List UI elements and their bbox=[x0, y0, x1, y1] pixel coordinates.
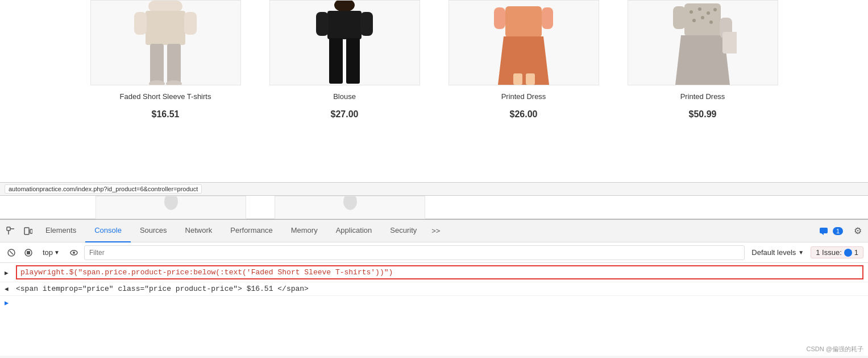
svg-rect-34 bbox=[7, 227, 10, 231]
product-card-2: Blouse $27.00 bbox=[269, 0, 420, 120]
console-output-text: <span itemprop="price" class="price prod… bbox=[16, 285, 309, 293]
default-levels-selector[interactable]: Default levels ▼ bbox=[748, 247, 807, 258]
svg-rect-30 bbox=[722, 32, 737, 54]
tab-performance[interactable]: Performance bbox=[221, 220, 281, 243]
partial-products-row bbox=[0, 196, 425, 219]
stop-icon bbox=[24, 249, 32, 257]
url-status-bar: automationpractice.com/index.php?id_prod… bbox=[0, 182, 868, 196]
devtools-right-toolbar: 1 ⚙ bbox=[815, 223, 866, 239]
product-card-3: Printed Dress $26.00 bbox=[448, 0, 599, 120]
issue-icon bbox=[844, 249, 852, 257]
console-output-entry: ◀ <span itemprop="price" class="price pr… bbox=[0, 282, 868, 296]
chat-icon bbox=[819, 227, 828, 236]
product-silhouette-1 bbox=[131, 1, 200, 85]
devtools-tabs: Elements Console Sources Network Perform… bbox=[36, 220, 815, 242]
url-label: automationpractice.com/index.php?id_prod… bbox=[5, 184, 202, 194]
svg-point-46 bbox=[73, 252, 75, 254]
product-name-1: Faded Short Sleeve T-shirts bbox=[120, 92, 211, 101]
partial-product-img-2 bbox=[275, 196, 425, 219]
clear-icon bbox=[7, 249, 15, 257]
svg-point-27 bbox=[709, 20, 713, 24]
product-silhouette-3 bbox=[489, 1, 558, 85]
svg-rect-12 bbox=[329, 38, 343, 84]
svg-point-32 bbox=[164, 196, 178, 210]
product-image-1 bbox=[90, 0, 241, 85]
console-input-entry: ▶ playwright.$("span.price.product-price… bbox=[0, 263, 868, 282]
svg-rect-19 bbox=[526, 73, 535, 85]
clear-console-button[interactable] bbox=[5, 246, 18, 260]
product-card-4: Printed Dress $50.99 bbox=[628, 0, 778, 120]
tab-sources[interactable]: Sources bbox=[131, 220, 176, 243]
svg-rect-4 bbox=[150, 44, 164, 85]
stop-recording-button[interactable] bbox=[22, 246, 35, 260]
console-right-arrow: ▶ bbox=[5, 269, 9, 276]
console-content: ▶ playwright.$("span.price.product-price… bbox=[0, 263, 868, 356]
partial-silhouette-1 bbox=[154, 196, 188, 219]
inspect-icon bbox=[6, 227, 15, 236]
settings-button[interactable]: ⚙ bbox=[850, 223, 866, 239]
product-image-4 bbox=[628, 0, 778, 85]
svg-rect-2 bbox=[134, 12, 147, 35]
device-icon bbox=[23, 227, 32, 236]
product-price-3: $26.00 bbox=[510, 109, 538, 120]
product-name-3: Printed Dress bbox=[501, 92, 546, 101]
product-price-2: $27.00 bbox=[331, 109, 359, 120]
svg-point-24 bbox=[713, 8, 717, 11]
product-silhouette-2 bbox=[310, 1, 379, 85]
product-image-3 bbox=[448, 0, 599, 85]
page-bottom-preview: automationpractice.com/index.php?id_prod… bbox=[0, 182, 868, 219]
svg-rect-37 bbox=[24, 228, 29, 234]
devtools-tab-bar: Elements Console Sources Network Perform… bbox=[0, 220, 868, 242]
product-name-2: Blouse bbox=[333, 92, 356, 101]
svg-rect-10 bbox=[316, 12, 329, 36]
more-tabs-button[interactable]: >> bbox=[426, 220, 446, 242]
svg-rect-0 bbox=[148, 1, 182, 12]
svg-rect-5 bbox=[167, 44, 181, 85]
svg-rect-31 bbox=[673, 6, 686, 29]
svg-point-21 bbox=[690, 10, 693, 14]
eye-icon bbox=[70, 249, 78, 257]
product-card-1: Faded Short Sleeve T-shirts $16.51 bbox=[90, 0, 241, 120]
svg-rect-44 bbox=[27, 251, 30, 254]
product-name-4: Printed Dress bbox=[680, 92, 725, 101]
svg-rect-11 bbox=[360, 12, 373, 36]
svg-rect-16 bbox=[494, 7, 505, 29]
console-prompt-line[interactable]: ▶ bbox=[0, 296, 868, 310]
product-image-2 bbox=[269, 0, 420, 85]
svg-rect-39 bbox=[820, 228, 828, 233]
svg-marker-40 bbox=[821, 233, 824, 235]
page-wrapper: Faded Short Sleeve T-shirts $16.51 bbox=[0, 0, 868, 358]
svg-rect-18 bbox=[513, 73, 522, 85]
product-listing-area: Faded Short Sleeve T-shirts $16.51 bbox=[0, 0, 868, 182]
product-price-1: $16.51 bbox=[152, 109, 180, 120]
tab-console[interactable]: Console bbox=[85, 220, 131, 243]
console-command[interactable]: playwright.$("span.price.product-price:b… bbox=[16, 265, 863, 279]
svg-rect-17 bbox=[542, 7, 553, 29]
filter-input[interactable] bbox=[84, 245, 745, 260]
tab-memory[interactable]: Memory bbox=[282, 220, 327, 243]
eye-button[interactable] bbox=[67, 246, 81, 260]
svg-rect-38 bbox=[30, 229, 32, 233]
console-prompt-arrow: ▶ bbox=[5, 299, 9, 307]
context-selector[interactable]: top ▼ bbox=[39, 246, 64, 258]
svg-point-22 bbox=[698, 7, 701, 11]
tab-network[interactable]: Network bbox=[176, 220, 222, 243]
default-levels-arrow: ▼ bbox=[798, 249, 804, 256]
svg-rect-13 bbox=[346, 38, 360, 84]
inspect-element-button[interactable] bbox=[3, 223, 19, 239]
svg-rect-9 bbox=[327, 11, 362, 39]
issue-count: 1 bbox=[854, 248, 858, 257]
console-toolbar: top ▼ Default levels ▼ 1 Issue: bbox=[0, 242, 868, 263]
device-toolbar-button[interactable] bbox=[20, 223, 36, 239]
product-price-4: $50.99 bbox=[689, 109, 717, 120]
svg-rect-1 bbox=[146, 11, 185, 45]
svg-rect-47 bbox=[845, 250, 852, 255]
tab-security[interactable]: Security bbox=[381, 220, 426, 243]
notification-button[interactable]: 1 bbox=[815, 227, 848, 236]
tab-application[interactable]: Application bbox=[327, 220, 381, 243]
issue-badge[interactable]: 1 Issue: 1 bbox=[811, 246, 863, 258]
partial-product-img-1 bbox=[95, 196, 246, 219]
svg-line-42 bbox=[10, 251, 13, 254]
devtools-panel: Elements Console Sources Network Perform… bbox=[0, 219, 868, 356]
tab-elements[interactable]: Elements bbox=[36, 220, 85, 243]
